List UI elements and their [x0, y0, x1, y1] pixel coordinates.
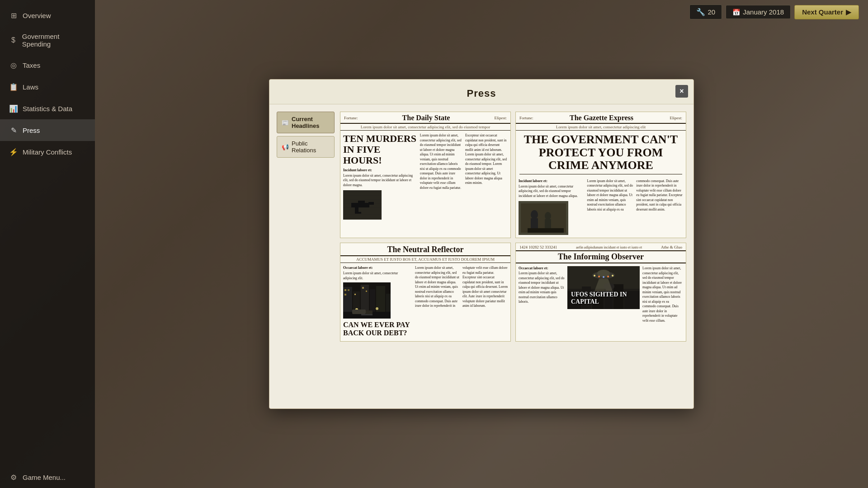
svg-point-44 — [598, 276, 600, 277]
wrench-count-value: 20 — [708, 8, 716, 16]
date-display: 📅 January 2018 — [726, 5, 791, 19]
svg-rect-1 — [358, 201, 365, 204]
np2-body-left: Lorem ipsum dolor sit amet, consectetur … — [519, 184, 585, 199]
np2-content: Incidunt labore et: Lorem ipsum dolor si… — [516, 176, 686, 238]
wrench-icon: 🔧 — [696, 8, 705, 16]
statistics-icon: 📊 — [9, 104, 18, 113]
np4-name-row: The Informing Observer — [516, 251, 686, 263]
laws-icon: 📋 — [9, 82, 18, 91]
np4-header-left: 1424 10282 52 333241 — [519, 245, 557, 249]
np4-header: 1424 10282 52 333241 aefin adipisdunum i… — [516, 243, 686, 251]
sidebar-item-taxes[interactable]: ◎ Taxes — [0, 54, 95, 76]
np3-right-col: Lorem ipsum dolor sit amet, consectetur … — [415, 266, 508, 338]
modal-close-button[interactable]: × — [675, 85, 688, 98]
svg-rect-28 — [352, 310, 366, 314]
np4-right-col: Lorem ipsum dolor sit amet, consectetur … — [642, 266, 683, 323]
np2-incident: Incidunt labore et: — [519, 179, 585, 183]
sidebar-item-military-conflicts[interactable]: ⚡ Military Conflicts — [0, 141, 95, 163]
np1-name: The Daily State — [358, 114, 495, 122]
taxes-icon: ◎ — [9, 61, 18, 70]
next-quarter-button[interactable]: Next Quarter ▶ — [794, 5, 859, 19]
newspaper-gazette-express: Fortune: The Gazette Express Elipest: Lo… — [515, 112, 686, 238]
sidebar-label-military-conflicts: Military Conflicts — [23, 148, 72, 156]
np2-headline: THE GOVERNMENT CAN'T PROTECT YOU FROM CR… — [519, 133, 682, 172]
svg-point-43 — [594, 275, 595, 277]
wrench-counter: 🔧 20 — [689, 5, 722, 19]
svg-rect-29 — [366, 310, 373, 314]
next-quarter-arrow: ▶ — [846, 8, 851, 16]
svg-rect-10 — [528, 228, 564, 233]
np3-body-right: Lorem ipsum dolor sit amet, consectetur … — [415, 266, 508, 309]
sidebar-label-laws: Laws — [23, 83, 38, 91]
sidebar-item-press[interactable]: ✎ Press — [0, 119, 95, 141]
np3-body-left-top: Lorem ipsum dolor sit amet, consectetur … — [343, 271, 412, 281]
np1-headline: TEN MURDERS IN FIVE HOURS! — [343, 133, 417, 166]
press-modal: Press × 📰 Current Headlines 📢 Public Rel… — [269, 79, 694, 409]
svg-rect-25 — [361, 314, 373, 315]
np4-name: The Informing Observer — [519, 252, 682, 262]
np4-body-right: Lorem ipsum dolor sit amet, consectetur … — [642, 266, 683, 323]
sidebar-item-government-spending[interactable]: $ Government Spending — [0, 26, 95, 54]
tab-public-relations[interactable]: 📢 Public Relations — [277, 136, 335, 158]
sidebar-label-taxes: Taxes — [23, 61, 40, 69]
next-quarter-label: Next Quarter — [802, 8, 843, 16]
modal-overlay: Press × 📰 Current Headlines 📢 Public Rel… — [95, 0, 868, 488]
np3-image — [343, 282, 391, 319]
np3-content: Occaecat labore et: Lorem ipsum dolor si… — [340, 263, 510, 341]
svg-rect-7 — [531, 218, 538, 230]
np2-left-col: Incidunt labore et: Lorem ipsum dolor si… — [519, 179, 585, 235]
np3-subheader: ACCUMAMUS ET IUSTO BOS ET, ACCUAMUS ET I… — [340, 256, 510, 263]
tab-current-headlines[interactable]: 📰 Current Headlines — [277, 112, 335, 133]
np3-name: The Neutral Reflector — [344, 245, 507, 254]
sidebar-label-government-spending: Government Spending — [22, 33, 86, 48]
dollar-icon: $ — [9, 36, 18, 45]
newspaper-tab-icon: 📰 — [282, 119, 289, 126]
svg-rect-22 — [362, 287, 364, 289]
svg-rect-19 — [348, 289, 349, 291]
date-value: January 2018 — [743, 8, 784, 16]
newspapers-grid: Fortune: The Daily State Elipest: Lorem … — [340, 112, 686, 342]
np2-header-left: Fortune: — [519, 116, 533, 120]
newspaper-1-header: Fortune: The Daily State Elipest: — [340, 112, 510, 124]
svg-rect-4 — [355, 212, 361, 214]
overview-icon: ⊞ — [9, 11, 18, 20]
np2-headline-area: THE GOVERNMENT CAN'T PROTECT YOU FROM CR… — [516, 131, 686, 172]
np3-left-col: Occaecat labore et: Lorem ipsum dolor si… — [343, 266, 412, 338]
svg-rect-21 — [354, 294, 356, 295]
np4-body-left: Lorem ipsum dolor sit amet, consectetur … — [519, 271, 565, 305]
svg-rect-23 — [366, 291, 367, 292]
np4-header-mid: aefin adipisdunum incidunt et iusto et i… — [557, 245, 661, 249]
newspaper-neutral-reflector: The Neutral Reflector ACCUMAMUS ET IUSTO… — [340, 243, 511, 342]
np3-headline: CAN WE EVER PAY BACK OUR DEBT? — [343, 321, 412, 337]
topbar: 🔧 20 📅 January 2018 Next Quarter ▶ — [689, 5, 859, 19]
svg-point-6 — [531, 210, 538, 219]
np1-incident: Incidunt labore et: — [343, 168, 417, 172]
np4-image: UFOS SIGHTED IN CAPITAL — [567, 266, 640, 309]
megaphone-tab-icon: 📢 — [282, 144, 289, 150]
np2-header: Fortune: The Gazette Express Elipest: — [516, 112, 686, 124]
sidebar-item-game-menu[interactable]: ⚙ Game Menu... — [0, 466, 95, 488]
svg-point-8 — [545, 212, 551, 220]
np4-header-right: Athe & Gluo — [661, 245, 682, 249]
sidebar-item-laws[interactable]: 📋 Laws — [0, 76, 95, 98]
sidebar-label-press: Press — [23, 127, 40, 134]
press-icon: ✎ — [9, 126, 18, 135]
np2-divider — [519, 174, 682, 174]
sidebar-item-overview[interactable]: ⊞ Overview — [0, 5, 95, 26]
svg-rect-9 — [545, 219, 551, 229]
sidebar-label-statistics-data: Statistics & Data — [23, 105, 72, 113]
np1-body-right: Lorem ipsum dolor sit amet, consectetur … — [420, 133, 508, 190]
svg-point-47 — [612, 275, 613, 277]
np2-right-col: Lorem ipsum dolor sit amet, consectetur … — [587, 179, 683, 235]
np4-center-col: UFOS SIGHTED IN CAPITAL — [567, 266, 640, 323]
np2-subheader: Lorem ipsum dolor sit amet, consectetur … — [516, 124, 686, 131]
sidebar: ⊞ Overview $ Government Spending ◎ Taxes… — [0, 0, 95, 488]
np1-header-left: Fortune: — [344, 116, 358, 120]
sidebar-item-statistics-data[interactable]: 📊 Statistics & Data — [0, 98, 95, 119]
np1-right-col: Lorem ipsum dolor sit amet, consectetur … — [420, 133, 508, 220]
svg-point-46 — [607, 276, 609, 277]
np4-image-headline: UFOS SIGHTED IN CAPITAL — [571, 291, 640, 305]
military-icon: ⚡ — [9, 147, 18, 156]
np2-name: The Gazette Express — [533, 114, 670, 122]
np3-incident: Occaecat labore et: — [343, 266, 412, 270]
